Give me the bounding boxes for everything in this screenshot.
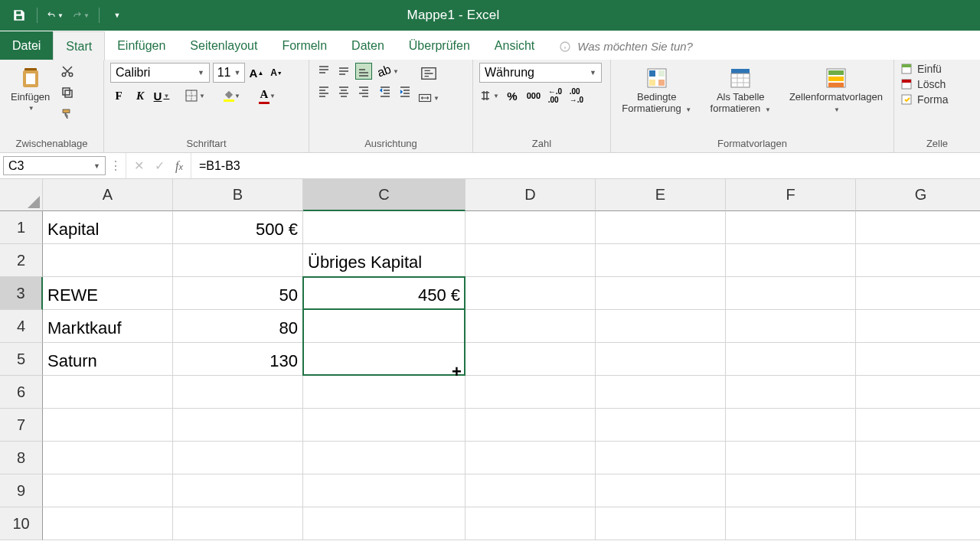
cell-E3[interactable] — [596, 277, 726, 310]
column-header[interactable]: D — [466, 179, 596, 211]
font-name-dropdown[interactable]: Calibri▼ — [110, 63, 210, 83]
align-left-icon[interactable] — [315, 83, 332, 99]
cell-A2[interactable] — [43, 244, 173, 277]
row-header[interactable]: 6 — [0, 376, 43, 409]
row-header[interactable]: 9 — [0, 474, 43, 507]
row-header[interactable]: 4 — [0, 310, 43, 343]
decrease-font-icon[interactable]: A▼ — [268, 64, 285, 81]
merge-cells-icon[interactable]: ▼ — [418, 87, 439, 109]
align-middle-icon[interactable] — [335, 63, 352, 80]
row-header[interactable]: 2 — [0, 244, 43, 277]
name-box[interactable]: C3▼ — [3, 156, 106, 175]
cell-G10[interactable] — [856, 507, 980, 540]
cell-D2[interactable] — [466, 244, 596, 277]
cell-A10[interactable] — [43, 507, 173, 540]
cell-E1[interactable] — [596, 211, 726, 244]
decrease-decimal-icon[interactable]: .00→.0 — [568, 87, 585, 104]
cancel-formula-icon[interactable]: ✕ — [134, 158, 144, 173]
increase-decimal-icon[interactable]: ←.0.00 — [547, 87, 564, 104]
cell-G8[interactable] — [856, 442, 980, 474]
cell-G4[interactable] — [856, 310, 980, 343]
tab-view[interactable]: Ansicht — [482, 31, 547, 60]
cell-G7[interactable] — [856, 409, 980, 442]
cell-G5[interactable] — [856, 343, 980, 376]
cell-G1[interactable] — [856, 211, 980, 244]
cell-F8[interactable] — [726, 442, 856, 474]
accept-formula-icon[interactable]: ✓ — [155, 158, 165, 173]
wrap-text-icon[interactable] — [418, 63, 439, 84]
cell-D5[interactable] — [466, 343, 596, 376]
cell-B10[interactable] — [173, 507, 303, 540]
column-header[interactable]: C — [303, 179, 466, 211]
italic-button[interactable]: K — [132, 87, 149, 104]
column-header[interactable]: A — [43, 179, 173, 211]
cell-D9[interactable] — [466, 474, 596, 507]
tab-review[interactable]: Überprüfen — [397, 31, 482, 60]
cell-A7[interactable] — [43, 409, 173, 442]
cell-C6[interactable] — [303, 376, 466, 409]
cell-D8[interactable] — [466, 442, 596, 474]
row-header[interactable]: 3 — [0, 277, 43, 310]
column-header[interactable]: E — [596, 179, 726, 211]
paste-button[interactable]: Einfügen ▼ — [6, 63, 54, 115]
cell-B9[interactable] — [173, 474, 303, 507]
cell-B4[interactable]: 80 — [173, 310, 303, 343]
align-top-icon[interactable] — [315, 63, 332, 80]
column-header[interactable]: F — [726, 179, 856, 211]
copy-icon[interactable] — [59, 84, 76, 101]
cell-F7[interactable] — [726, 409, 856, 442]
tab-data[interactable]: Daten — [339, 31, 397, 60]
cell-A6[interactable] — [43, 376, 173, 409]
accounting-format-icon[interactable]: ▼ — [479, 87, 499, 104]
comma-icon[interactable]: 000 — [525, 87, 542, 104]
cell-C3[interactable]: 450 € — [303, 277, 466, 310]
row-header[interactable]: 10 — [0, 507, 43, 540]
align-center-icon[interactable] — [335, 83, 352, 99]
format-painter-icon[interactable] — [59, 106, 76, 122]
cell-E9[interactable] — [596, 474, 726, 507]
fill-color-icon[interactable]: ▼ — [220, 87, 237, 104]
cell-F4[interactable] — [726, 310, 856, 343]
cell-C9[interactable] — [303, 474, 466, 507]
cell-G9[interactable] — [856, 474, 980, 507]
cell-B3[interactable]: 50 — [173, 277, 303, 310]
cell-B5[interactable]: 130 — [173, 343, 303, 376]
cell-F3[interactable] — [726, 277, 856, 310]
column-header[interactable]: G — [856, 179, 980, 211]
cell-A5[interactable]: Saturn — [43, 343, 173, 376]
cell-C5[interactable] — [303, 343, 466, 376]
undo-icon[interactable]: ▼ — [47, 7, 64, 24]
font-size-dropdown[interactable]: 11▼ — [213, 63, 245, 83]
cell-E4[interactable] — [596, 310, 726, 343]
cell-C1[interactable] — [303, 211, 466, 244]
borders-icon[interactable]: ▼ — [185, 87, 205, 104]
number-format-dropdown[interactable]: Währung▼ — [479, 63, 602, 83]
cell-F5[interactable] — [726, 343, 856, 376]
cell-G2[interactable] — [856, 244, 980, 277]
align-bottom-icon[interactable] — [355, 63, 372, 80]
conditional-formatting-button[interactable]: Bedingte Formatierung ▼ — [617, 63, 697, 118]
align-right-icon[interactable] — [355, 83, 372, 99]
cell-styles-button[interactable]: Zellenformatvorlagen ▼ — [785, 63, 887, 118]
cell-G3[interactable] — [856, 277, 980, 310]
cell-D4[interactable] — [466, 310, 596, 343]
row-header[interactable]: 7 — [0, 409, 43, 442]
percent-icon[interactable]: % — [504, 87, 521, 104]
cell-F9[interactable] — [726, 474, 856, 507]
cell-A8[interactable] — [43, 442, 173, 474]
cell-C8[interactable] — [303, 442, 466, 474]
cell-C7[interactable] — [303, 409, 466, 442]
increase-indent-icon[interactable] — [397, 83, 413, 99]
tab-home[interactable]: Start — [53, 31, 105, 60]
cell-D6[interactable] — [466, 376, 596, 409]
tab-insert[interactable]: Einfügen — [105, 31, 178, 60]
cell-C10[interactable] — [303, 507, 466, 540]
cell-D10[interactable] — [466, 507, 596, 540]
font-color-icon[interactable]: A▼ — [256, 87, 273, 104]
cell-B6[interactable] — [173, 376, 303, 409]
cell-B8[interactable] — [173, 442, 303, 474]
decrease-indent-icon[interactable] — [377, 83, 394, 99]
cell-C2[interactable]: Übriges Kapital — [303, 244, 466, 277]
cell-A4[interactable]: Marktkauf — [43, 310, 173, 343]
column-header[interactable]: B — [173, 179, 303, 211]
